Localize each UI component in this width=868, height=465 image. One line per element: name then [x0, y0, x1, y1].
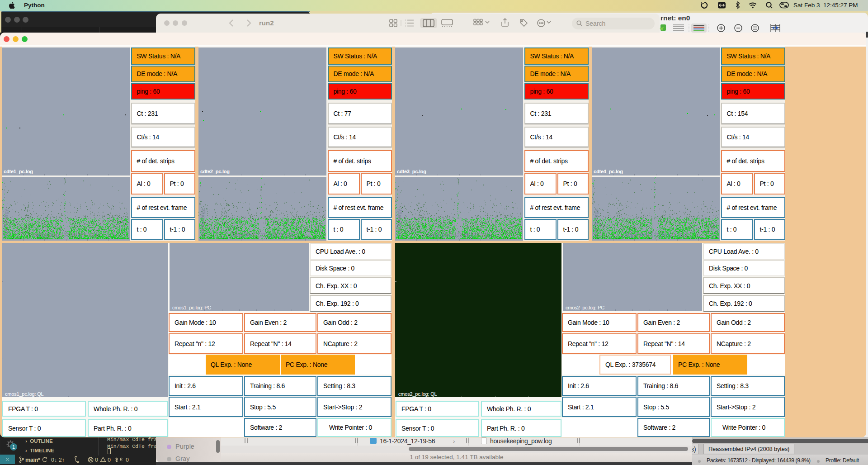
svg-text:0: 0: [126, 457, 129, 463]
svg-text:0: 0: [108, 457, 111, 463]
svg-text:main*: main*: [25, 457, 40, 463]
svg-text:0: 0: [95, 457, 98, 463]
svg-text:0↓ 2↑: 0↓ 2↑: [51, 457, 65, 463]
svg-text:1: 1: [12, 444, 15, 450]
